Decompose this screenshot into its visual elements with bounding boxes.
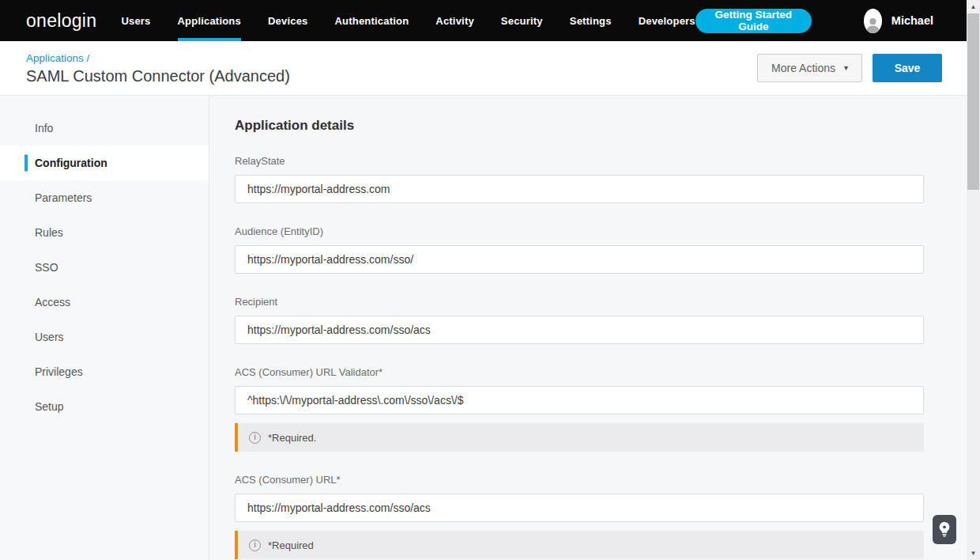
- nav-item-devices[interactable]: Devices: [268, 0, 308, 41]
- more-actions-button[interactable]: More Actions ▾: [757, 54, 862, 82]
- app-window: onelogin Users Applications Devices Auth…: [0, 0, 967, 560]
- user-avatar[interactable]: [864, 9, 882, 33]
- sidebar-item-label: Parameters: [35, 191, 92, 204]
- page-header-titles: Applications / SAML Custom Connector (Ad…: [26, 51, 290, 85]
- person-icon: [864, 15, 882, 33]
- scroll-up-icon[interactable]: ▲: [967, 0, 980, 13]
- page-title: SAML Custom Connector (Advanced): [26, 67, 290, 85]
- note-text: *Required: [268, 539, 314, 551]
- acs-url-input[interactable]: [235, 494, 924, 522]
- save-button[interactable]: Save: [873, 54, 942, 82]
- section-heading: Application details: [235, 118, 924, 134]
- recipient-input[interactable]: [235, 316, 924, 344]
- sidebar-item-rules[interactable]: Rules: [0, 215, 209, 250]
- nav-item-authentication[interactable]: Authentication: [335, 0, 409, 41]
- required-note: i *Required.: [235, 423, 924, 452]
- sidebar-item-label: Info: [35, 122, 53, 134]
- nav-item-settings[interactable]: Settings: [570, 0, 612, 41]
- form-field-relaystate: RelayState: [235, 155, 924, 203]
- sidebar-item-info[interactable]: Info: [0, 111, 209, 146]
- more-actions-label: More Actions: [771, 62, 835, 74]
- sidebar-item-label: Rules: [35, 226, 63, 239]
- form-field-acs-url-validator: ACS (Consumer) URL Validator* i *Require…: [235, 366, 924, 452]
- main-content: Application details RelayState Audience …: [209, 96, 967, 560]
- body-row: Info Configuration Parameters Rules SSO …: [0, 96, 967, 560]
- form-field-audience: Audience (EntityID): [235, 225, 924, 274]
- nav-item-developers[interactable]: Developers: [639, 0, 695, 41]
- scroll-down-icon[interactable]: ▼: [967, 547, 980, 560]
- topbar-right-group: Getting Started Guide Michael: [695, 0, 967, 41]
- lightbulb-icon: [939, 522, 950, 537]
- breadcrumb[interactable]: Applications /: [26, 52, 89, 64]
- app-sidebar: Info Configuration Parameters Rules SSO …: [0, 96, 209, 560]
- relaystate-input[interactable]: [235, 175, 924, 203]
- sidebar-item-setup[interactable]: Setup: [0, 389, 209, 424]
- sidebar-item-label: Configuration: [35, 157, 107, 169]
- page-header-actions: More Actions ▾ Save: [757, 54, 942, 82]
- field-label: RelayState: [235, 155, 924, 167]
- sidebar-item-label: Access: [35, 296, 70, 308]
- nav-item-users[interactable]: Users: [121, 0, 150, 41]
- active-indicator-bar: [24, 155, 28, 172]
- getting-started-guide-button[interactable]: Getting Started Guide: [695, 9, 812, 33]
- field-label: ACS (Consumer) URL Validator*: [235, 366, 924, 378]
- form-field-recipient: Recipient: [235, 296, 924, 344]
- info-icon: i: [249, 539, 261, 551]
- help-lightbulb-button[interactable]: [933, 515, 956, 544]
- field-label: Audience (EntityID): [235, 225, 924, 237]
- user-name[interactable]: Michael: [891, 14, 933, 27]
- top-navbar: onelogin Users Applications Devices Auth…: [0, 0, 967, 41]
- primary-nav: Users Applications Devices Authenticatio…: [121, 0, 695, 41]
- page-scrollbar[interactable]: ▲ ▼: [967, 0, 980, 560]
- sidebar-item-label: Setup: [35, 400, 64, 413]
- form-field-acs-url: ACS (Consumer) URL* i *Required: [235, 474, 924, 559]
- nav-item-applications[interactable]: Applications: [178, 0, 241, 41]
- sidebar-item-sso[interactable]: SSO: [0, 250, 209, 285]
- chevron-down-icon: ▾: [844, 64, 848, 72]
- info-icon: i: [249, 432, 261, 444]
- onelogin-logo[interactable]: onelogin: [26, 0, 96, 41]
- note-text: *Required.: [268, 432, 316, 444]
- sidebar-item-parameters[interactable]: Parameters: [0, 180, 209, 215]
- sidebar-item-label: SSO: [35, 261, 58, 274]
- sidebar-item-privileges[interactable]: Privileges: [0, 354, 209, 389]
- acs-url-validator-input[interactable]: [235, 386, 924, 414]
- sidebar-item-configuration[interactable]: Configuration: [0, 146, 209, 180]
- page-header: Applications / SAML Custom Connector (Ad…: [0, 41, 967, 96]
- field-label: Recipient: [235, 296, 924, 308]
- sidebar-item-users[interactable]: Users: [0, 320, 209, 354]
- nav-item-activity[interactable]: Activity: [435, 0, 474, 41]
- sidebar-item-label: Privileges: [35, 365, 83, 378]
- field-label: ACS (Consumer) URL*: [235, 474, 924, 486]
- sidebar-item-access[interactable]: Access: [0, 285, 209, 320]
- audience-entityid-input[interactable]: [235, 245, 924, 274]
- sidebar-item-label: Users: [35, 331, 64, 343]
- scrollbar-thumb[interactable]: [967, 13, 979, 190]
- nav-item-security[interactable]: Security: [501, 0, 543, 41]
- required-note: i *Required: [235, 531, 924, 559]
